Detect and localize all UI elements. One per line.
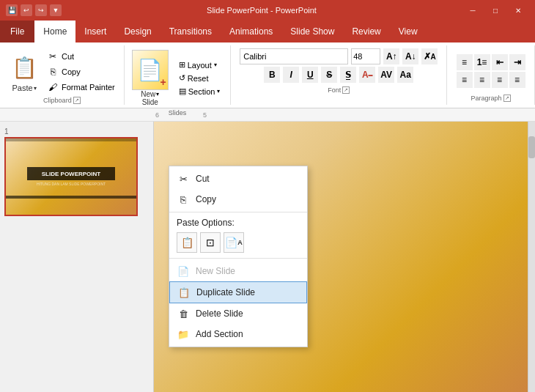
- slide-canvas[interactable]: ✂ Cut ⎘ Copy Paste Options: 📋 ⊡ 📄A 📄 New…: [154, 122, 528, 392]
- cut-icon: ✂: [47, 51, 59, 62]
- ctx-copy-label: Copy: [196, 194, 216, 204]
- customize-button[interactable]: ▼: [50, 4, 62, 16]
- undo-button[interactable]: ↩: [21, 4, 32, 16]
- font-size-decrease[interactable]: A↓: [402, 48, 418, 64]
- ctx-duplicate-slide[interactable]: 📋 Duplicate Slide: [169, 281, 307, 303]
- paste-icon: 📋: [10, 51, 38, 84]
- menu-bar: File Home Insert Design Transitions Anim…: [0, 21, 535, 42]
- maximize-button[interactable]: □: [484, 0, 506, 21]
- vertical-scrollbar[interactable]: [528, 122, 535, 392]
- italic-button[interactable]: I: [283, 67, 299, 83]
- font-row-1: A↑ A↓ ✗A: [240, 48, 438, 64]
- redo-button[interactable]: ↪: [35, 4, 47, 16]
- bold-button[interactable]: B: [264, 67, 280, 83]
- char-spacing-button[interactable]: AV: [378, 67, 394, 83]
- format-painter-label: Format Painter: [62, 83, 115, 92]
- menu-insert[interactable]: Insert: [75, 21, 115, 42]
- quick-access-toolbar: 💾 ↩ ↪ ▼: [6, 4, 62, 16]
- ctx-sep-2: [169, 258, 307, 259]
- slides-content: 📄 + New ▾ Slide ⊞ Layout ▾ ↺ Reset: [130, 48, 225, 108]
- ctx-new-slide[interactable]: 📄 New Slide: [169, 261, 307, 281]
- menu-animations[interactable]: Animations: [221, 21, 281, 42]
- align-right[interactable]: ≡: [492, 72, 508, 88]
- paragraph-content: ≡ 1≡ ⇤ ⇥ ≡ ≡ ≡ ≡: [457, 48, 525, 93]
- font-size-increase[interactable]: A↑: [383, 48, 399, 64]
- menu-file[interactable]: File: [0, 21, 34, 42]
- ctx-cut[interactable]: ✂ Cut: [169, 169, 307, 189]
- align-left[interactable]: ≡: [457, 72, 473, 88]
- paste-label: Paste: [12, 84, 32, 92]
- copy-button[interactable]: ⎘ Copy: [44, 64, 118, 79]
- menu-slideshow[interactable]: Slide Show: [281, 21, 343, 42]
- new-slide-ctx-icon: 📄: [177, 265, 190, 278]
- format-painter-button[interactable]: 🖌 Format Painter: [44, 80, 118, 95]
- bullets-button[interactable]: ≡: [457, 54, 473, 70]
- new-slide-button[interactable]: 📄 + New ▾ Slide: [130, 48, 170, 108]
- numbering-button[interactable]: 1≡: [474, 54, 490, 70]
- indent-increase[interactable]: ⇥: [509, 54, 525, 70]
- ctx-delete-slide[interactable]: 🗑 Delete Slide: [169, 303, 307, 324]
- duplicate-icon: 📋: [177, 286, 191, 299]
- ctx-section-label: Add Section: [196, 329, 243, 339]
- font-case-button[interactable]: Aa: [397, 67, 413, 83]
- menu-view[interactable]: View: [390, 21, 427, 42]
- font-row-2: B I U S S̲ A▬ AV Aa: [264, 67, 413, 83]
- underline-button[interactable]: U: [302, 67, 318, 83]
- main-area: 1 SLIDE POWERPOINT HITUNG DAN LAM SLIDE …: [0, 122, 535, 392]
- section-button[interactable]: ▤ Section ▾: [174, 85, 225, 97]
- cut-button[interactable]: ✂ Cut: [44, 49, 118, 64]
- ruler-marks: 6 5: [155, 111, 535, 119]
- align-center[interactable]: ≡: [474, 72, 490, 88]
- clipboard-actions: ✂ Cut ⎘ Copy 🖌 Format Painter: [44, 49, 118, 95]
- clipboard-expand[interactable]: ↗: [73, 97, 81, 104]
- slide-label: Slide: [142, 98, 158, 106]
- paragraph-label: Paragraph ↗: [471, 95, 510, 102]
- strikethrough-button[interactable]: S: [321, 67, 337, 83]
- copy-label: Copy: [62, 67, 81, 76]
- slide-title-box: SLIDE POWERPOINT: [27, 167, 115, 180]
- menu-home[interactable]: Home: [34, 21, 75, 42]
- menu-transitions[interactable]: Transitions: [160, 21, 221, 42]
- reset-button[interactable]: ↺ Reset: [174, 72, 225, 84]
- paste-option-2[interactable]: ⊡: [200, 232, 221, 253]
- clipboard-group: 📋 Paste ▾ ✂ Cut ⎘ Copy 🖌 Format Painter: [0, 45, 125, 105]
- shadow-button[interactable]: S̲: [340, 67, 356, 83]
- slide-panel: 1 SLIDE POWERPOINT HITUNG DAN LAM SLIDE …: [0, 122, 154, 392]
- section-icon: 📁: [177, 328, 190, 341]
- copy-icon: ⎘: [47, 66, 59, 78]
- paste-option-1[interactable]: 📋: [177, 232, 197, 253]
- font-name-input[interactable]: [240, 48, 348, 64]
- new-slide-arrow: ▾: [156, 91, 159, 97]
- new-slide-icon: 📄 +: [132, 50, 169, 90]
- cut-label: Cut: [62, 52, 74, 61]
- font-color-button[interactable]: A▬: [359, 67, 375, 83]
- scroll-thumb[interactable]: [528, 136, 535, 158]
- paragraph-expand[interactable]: ↗: [503, 95, 511, 102]
- font-label: Font ↗: [328, 86, 350, 94]
- layout-button[interactable]: ⊞ Layout ▾: [174, 59, 225, 71]
- ctx-copy[interactable]: ⎘ Copy: [169, 189, 307, 210]
- save-button[interactable]: 💾: [6, 4, 18, 16]
- slide-thumbnail-1[interactable]: 1 SLIDE POWERPOINT HITUNG DAN LAM SLIDE …: [4, 127, 149, 216]
- ribbon: 📋 Paste ▾ ✂ Cut ⎘ Copy 🖌 Format Painter: [0, 42, 535, 108]
- paste-button[interactable]: 📋 Paste ▾: [6, 48, 43, 95]
- minimize-button[interactable]: ─: [462, 0, 484, 21]
- menu-review[interactable]: Review: [343, 21, 389, 42]
- clipboard-label: Clipboard ↗: [43, 97, 81, 104]
- paste-option-3[interactable]: 📄A: [224, 232, 244, 253]
- font-expand[interactable]: ↗: [342, 86, 350, 94]
- paragraph-group: ≡ 1≡ ⇤ ⇥ ≡ ≡ ≡ ≡ Paragraph ↗: [447, 45, 535, 105]
- close-button[interactable]: ✕: [507, 0, 529, 21]
- delete-icon: 🗑: [177, 307, 190, 320]
- window-controls: ─ □ ✕: [462, 0, 529, 21]
- menu-design[interactable]: Design: [115, 21, 160, 42]
- ctx-new-slide-label: New Slide: [196, 266, 235, 276]
- clear-formatting[interactable]: ✗A: [421, 48, 438, 64]
- ctx-delete-label: Delete Slide: [196, 308, 243, 319]
- indent-decrease[interactable]: ⇤: [492, 54, 508, 70]
- copy-icon: ⎘: [177, 193, 190, 206]
- justify[interactable]: ≡: [509, 72, 525, 88]
- ctx-add-section[interactable]: 📁 Add Section: [169, 324, 307, 344]
- ctx-duplicate-label: Duplicate Slide: [196, 287, 255, 297]
- font-size-input[interactable]: [351, 48, 380, 64]
